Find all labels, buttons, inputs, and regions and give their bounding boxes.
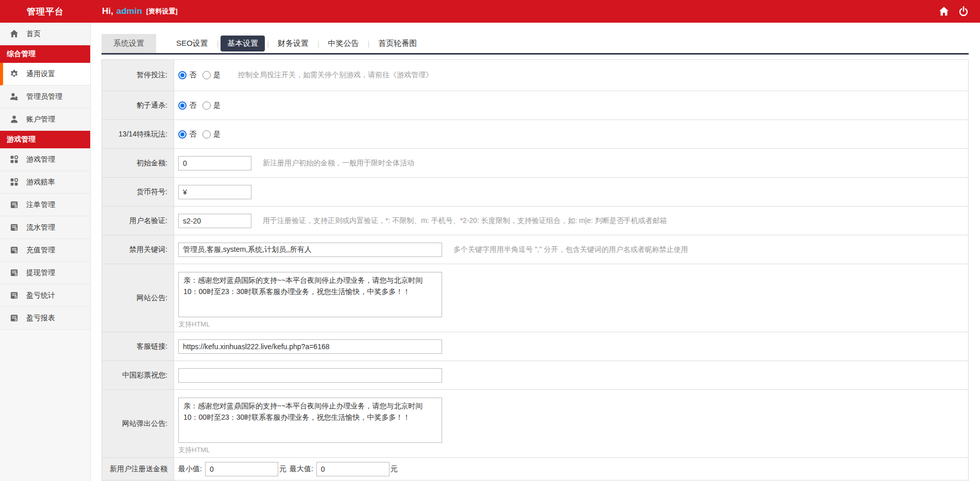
greeting-prefix: Hi, — [102, 6, 113, 16]
doc-icon — [10, 291, 19, 300]
form-row-content: 支持HTML — [174, 264, 968, 332]
form-row-8: 客服链接: — [102, 332, 968, 361]
form-row-2: 13/14特殊玩法:否是 — [102, 120, 968, 149]
text-input-5[interactable] — [178, 214, 251, 228]
radio-是[interactable] — [202, 130, 211, 139]
text-input-4[interactable] — [178, 185, 251, 199]
radio-是[interactable] — [202, 101, 211, 110]
form-row-content — [174, 332, 968, 360]
radio-是[interactable] — [202, 71, 211, 79]
form-row-label: 网站弹出公告: — [102, 390, 174, 457]
tabs-list: SEO设置|基本设置|财务设置|中奖公告|首页轮番图 — [170, 34, 424, 53]
form-row-label: 中国彩票祝您: — [102, 361, 174, 389]
greeting: Hi, admin [资料设置] — [102, 6, 177, 16]
sidebar-item-label: 注单管理 — [26, 200, 55, 210]
sidebar-item-3[interactable]: 管理员管理 — [0, 85, 90, 108]
form-row-content: 否是 — [174, 120, 968, 148]
min-unit: 元 — [279, 465, 286, 474]
sidebar-item-4[interactable]: 账户管理 — [0, 108, 90, 131]
doc-icon — [10, 268, 19, 277]
form-row-label: 13/14特殊玩法: — [102, 120, 174, 148]
sidebar-item-label: 流水管理 — [26, 223, 55, 232]
max-label: 最大值: — [290, 465, 313, 474]
form-row-content: 用于注册验证，支持正则或内置验证，*: 不限制、m: 手机号、*2-20: 长度… — [174, 207, 968, 235]
form-row-label: 禁用关键词: — [102, 235, 174, 264]
form-row-content: 新注册用户初始的金额，一般用于限时全体活动 — [174, 149, 968, 177]
tab-2[interactable]: 财务设置 — [271, 36, 315, 51]
tab-0[interactable]: SEO设置 — [170, 36, 215, 51]
tab-separator: | — [317, 40, 319, 48]
home-icon[interactable] — [939, 6, 949, 16]
form-row-5: 用户名验证:用于注册验证，支持正则或内置验证，*: 不限制、m: 手机号、*2-… — [102, 207, 968, 235]
tab-group-title: 系统设置 — [102, 34, 156, 53]
gear-icon — [10, 70, 19, 78]
username: admin — [116, 6, 142, 16]
users-icon — [10, 92, 19, 101]
text-input-6[interactable] — [178, 243, 442, 257]
sidebar-section-1: 综合管理 — [0, 45, 90, 63]
form-row-content: 多个关键字用用半角逗号 "," 分开，包含关键词的用户名或者昵称禁止使用 — [174, 235, 968, 264]
sidebar-item-label: 账户管理 — [26, 115, 55, 124]
sidebar-item-12[interactable]: 盈亏统计 — [0, 284, 90, 307]
form-row-content: 最小值:元 最大值:元 — [174, 458, 968, 480]
sidebar-item-label: 首页 — [26, 29, 41, 39]
sidebar-item-0[interactable]: 首页 — [0, 23, 90, 45]
form-row-label: 豹子通杀: — [102, 91, 174, 119]
tab-3[interactable]: 中奖公告 — [322, 36, 366, 51]
text-input-9[interactable] — [178, 368, 442, 383]
tab-separator: | — [267, 40, 269, 48]
sidebar-item-8[interactable]: 注单管理 — [0, 194, 90, 216]
sidebar-item-label: 盈亏报表 — [26, 314, 55, 323]
sidebar-item-7[interactable]: 游戏赔率 — [0, 171, 90, 194]
top-bar: 管理平台 Hi, admin [资料设置] — [0, 0, 980, 23]
sidebar-section-label: 游戏管理 — [7, 135, 36, 144]
sidebar-item-11[interactable]: 提现管理 — [0, 262, 90, 284]
field-hint: 用于注册验证，支持正则或内置验证，*: 不限制、m: 手机号、*2-20: 长度… — [263, 216, 667, 226]
textarea-input-7[interactable] — [178, 272, 442, 317]
form-row-0: 暂停投注:否是控制全局投注开关，如需关停个别游戏，请前往《游戏管理》 — [102, 60, 968, 91]
form-row-label: 新用户注册送金额 — [102, 458, 174, 480]
form-row-1: 豹子通杀:否是 — [102, 91, 968, 120]
form-row-content: 否是 — [174, 91, 968, 119]
sidebar-section-5: 游戏管理 — [0, 131, 90, 148]
radio-否-selected[interactable] — [178, 130, 187, 139]
grid-icon — [10, 155, 19, 164]
min-label: 最小值: — [178, 465, 202, 474]
sidebar-item-10[interactable]: 充值管理 — [0, 239, 90, 262]
home-icon — [10, 29, 19, 38]
form-row-content — [174, 178, 968, 206]
tab-separator: | — [368, 40, 370, 48]
textarea-input-10[interactable] — [178, 398, 442, 443]
radio-label: 是 — [213, 130, 221, 139]
sidebar-item-label: 管理员管理 — [26, 92, 62, 101]
power-icon[interactable] — [958, 6, 969, 16]
form-row-content: 否是控制全局投注开关，如需关停个别游戏，请前往《游戏管理》 — [174, 60, 968, 91]
sidebar-item-9[interactable]: 流水管理 — [0, 216, 90, 239]
grid-icon — [10, 178, 19, 186]
text-input-8[interactable] — [178, 339, 442, 354]
sidebar-item-6[interactable]: 游戏管理 — [0, 148, 90, 171]
min-value-input[interactable] — [205, 462, 278, 476]
sidebar-item-2[interactable]: 通用设置 — [0, 63, 90, 85]
tab-4[interactable]: 首页轮番图 — [371, 36, 424, 51]
form-row-label: 客服链接: — [102, 332, 174, 360]
sidebar-item-label: 通用设置 — [26, 70, 55, 79]
user-icon — [10, 115, 19, 124]
text-input-3[interactable] — [178, 156, 251, 170]
sidebar-item-13[interactable]: 盈亏报表 — [0, 307, 90, 330]
form-row-label: 网站公告: — [102, 264, 174, 332]
main-content: 系统设置 SEO设置|基本设置|财务设置|中奖公告|首页轮番图 暂停投注:否是控… — [91, 23, 980, 481]
radio-label: 是 — [213, 101, 221, 110]
form-row-label: 货币符号: — [102, 178, 174, 206]
radio-否-selected[interactable] — [178, 101, 187, 110]
radio-否-selected[interactable] — [178, 71, 187, 79]
form-row-9: 中国彩票祝您: — [102, 361, 968, 390]
max-value-input[interactable] — [316, 462, 390, 476]
tab-1[interactable]: 基本设置 — [221, 36, 265, 51]
form-row-4: 货币符号: — [102, 178, 968, 207]
form-row-label: 用户名验证: — [102, 207, 174, 235]
sidebar-nav: 首页综合管理通用设置管理员管理账户管理游戏管理游戏管理游戏赔率注单管理流水管理充… — [0, 23, 91, 481]
textarea-note: 支持HTML — [178, 445, 210, 455]
profile-settings-link[interactable]: [资料设置] — [146, 7, 178, 16]
sidebar-item-label: 游戏管理 — [26, 155, 55, 164]
